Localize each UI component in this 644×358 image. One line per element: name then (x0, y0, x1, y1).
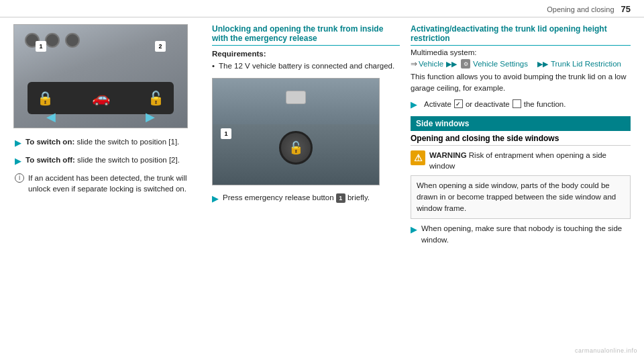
nav-settings-link[interactable]: Vehicle Settings (473, 60, 528, 68)
trunk-interior-image: 🔓 1 (212, 78, 380, 185)
right-body-text: This function allows you to avoid bumpin… (411, 71, 631, 95)
activate-row: ▶ Activate ✓ or deactivate the function. (411, 99, 631, 109)
requirement-text: The 12 V vehicle battery is connected an… (219, 60, 394, 71)
middle-column: Unlocking and opening the trunk from ins… (212, 24, 400, 350)
activate-arrow: ▶ (411, 99, 417, 109)
warning-text-block: WARNING Risk of entrapment when opening … (429, 150, 631, 171)
info-box: When opening a side window, parts of the… (411, 175, 631, 220)
requirement-item: • The 12 V vehicle battery is connected … (212, 60, 400, 71)
page-header: Opening and closing 75 (0, 0, 644, 17)
side-windows-subtitle: Opening and closing the side windows (411, 134, 631, 146)
checkbox-checked: ✓ (454, 99, 463, 108)
switch-off-item: ▶ To switch off: slide the switch to pos… (15, 154, 201, 167)
warning-box: ⚠ WARNING Risk of entrapment when openin… (411, 150, 631, 171)
vent-circle-2 (45, 33, 60, 48)
warning-icon: ⚠ (411, 150, 425, 165)
mid-badge-1: 1 (221, 128, 231, 139)
trunk-switch-image: 1 2 🔒 🚗 🔓 ◀ ▶ (13, 24, 188, 128)
activate-label: Activate (424, 100, 451, 108)
nav-start-icon: ⇒ (411, 59, 417, 69)
car-icon: 🚗 (92, 89, 110, 107)
switch-on-text: To switch on: slide the switch to positi… (25, 136, 179, 147)
right-column: Activating/deactivating the trunk lid op… (411, 24, 631, 350)
badge-number-2: 2 (155, 41, 166, 52)
requirements-label: Requirements: (212, 50, 400, 58)
info-text: If an accident has been detected, the tr… (28, 173, 201, 194)
vent-circles (25, 33, 80, 48)
lock-icon: 🔒 (37, 90, 54, 106)
switch-off-text: To switch off: slide the switch to posit… (25, 154, 180, 165)
press-badge: 1 (336, 193, 345, 203)
info-icon: i (15, 173, 24, 183)
badge-number-1: 1 (36, 41, 46, 52)
arrow-left-icon: ◀ (46, 109, 56, 124)
trunk-btn-icon: 🔓 (288, 140, 303, 155)
right-bottom-item: ▶ When opening, make sure that nobody is… (411, 223, 631, 244)
left-column: 1 2 🔒 🚗 🔓 ◀ ▶ ▶ To switch on: slide the (13, 24, 201, 350)
press-instruction: ▶ Press emergency release button 1 brief… (212, 192, 400, 205)
switch-on-item: ▶ To switch on: slide the switch to posi… (15, 136, 201, 149)
nav-arrow-2: ▶▶ (537, 60, 548, 69)
main-content: 1 2 🔒 🚗 🔓 ◀ ▶ ▶ To switch on: slide the (0, 17, 644, 357)
bottom-arrow: ▶ (411, 224, 417, 236)
the-function-text: the function. (524, 100, 566, 108)
section-label: Opening and closing (547, 5, 614, 13)
nav-settings-icon: ⚙ (461, 59, 470, 69)
arrow-bullet-2: ▶ (15, 155, 21, 167)
warning-title: WARNING (429, 151, 467, 159)
bottom-text: When opening, make sure that nobody is t… (421, 223, 631, 244)
arrow-right-icon: ▶ (146, 109, 155, 124)
press-arrow: ▶ (212, 193, 219, 205)
mid-section-title: Unlocking and opening the trunk from ins… (212, 24, 400, 46)
side-windows-header: Side windows (411, 116, 631, 131)
left-instructions: ▶ To switch on: slide the switch to posi… (13, 136, 201, 195)
info-item: i If an accident has been detected, the … (15, 173, 201, 194)
press-text-main: Press emergency release button (223, 193, 334, 202)
trunk-interior-bg: 🔓 1 (213, 79, 379, 185)
nav-trunk-link[interactable]: Trunk Lid Restriction (551, 60, 621, 68)
release-button: 🔓 (279, 131, 313, 165)
unlock-icon: 🔓 (148, 90, 164, 106)
arrow-bullet-1: ▶ (15, 137, 21, 149)
multimedia-label: Multimedia system: (411, 48, 631, 56)
bullet-dot: • (212, 60, 215, 71)
nav-vehicle-link[interactable]: Vehicle (419, 60, 443, 68)
or-text: or deactivate (466, 100, 510, 108)
trunk-lid (213, 79, 379, 126)
nav-arrow-1: ▶▶ (446, 60, 457, 69)
trunk-emblem (286, 91, 306, 104)
checkbox-unchecked (513, 99, 521, 108)
vent-circle-3 (65, 33, 80, 48)
nav-path: ⇒ Vehicle ▶▶ ⚙ Vehicle Settings ▶▶ Trunk… (411, 59, 631, 69)
page-number: 75 (621, 4, 631, 14)
right-section-title: Activating/deactivating the trunk lid op… (411, 24, 631, 46)
press-suffix: briefly. (347, 193, 370, 202)
trunk-image-bg: 1 2 🔒 🚗 🔓 ◀ ▶ (14, 25, 187, 128)
watermark: carmanualonline.info (575, 347, 637, 354)
